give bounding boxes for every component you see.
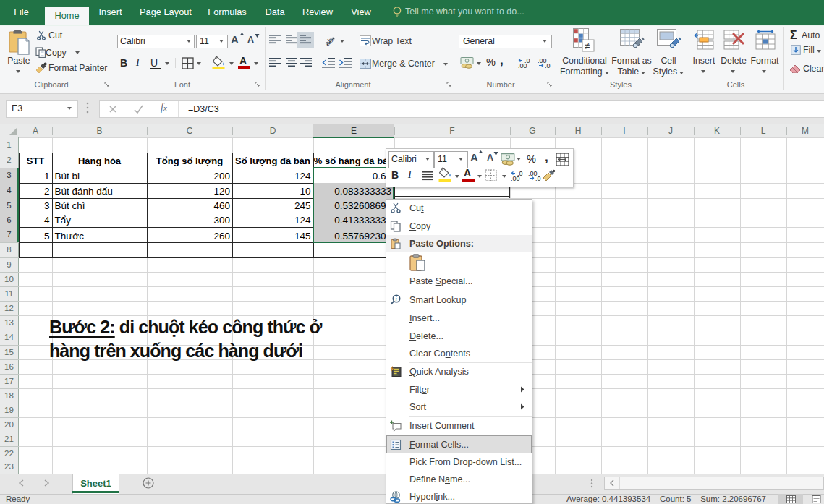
- svg-text:i: i: [396, 295, 397, 302]
- svg-text:≠: ≠: [585, 40, 590, 51]
- svg-text:.0: .0: [524, 57, 530, 64]
- svg-text:.0: .0: [517, 170, 523, 177]
- svg-text:.0: .0: [545, 62, 551, 69]
- svg-text:.0: .0: [535, 175, 541, 181]
